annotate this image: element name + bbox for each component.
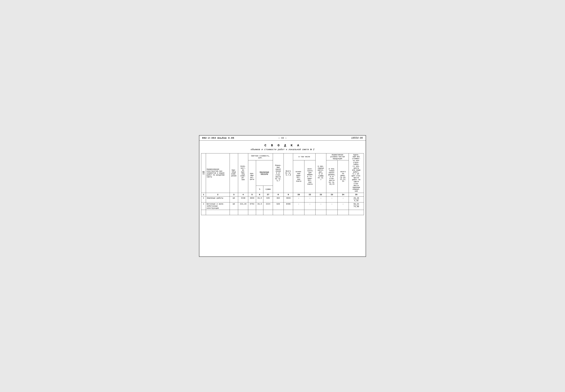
- col-header-qty: Коли-чест-воеди-ницизме-ре-ния: [238, 154, 248, 193]
- col-header-udel: Удель-ный весстоимос-ти кон-струк-тивно-…: [349, 154, 364, 193]
- col-num-5: 5: [248, 193, 256, 196]
- col-num-14: I4: [338, 193, 349, 196]
- col-num-15: I5: [349, 193, 364, 196]
- row1-udel: 29,26 4,35: [349, 196, 364, 202]
- title-block: С В О Д К А объемов и стоимости работ к …: [199, 140, 366, 152]
- col-num-6: 6: [256, 193, 263, 196]
- row2-unit: м3: [230, 202, 238, 210]
- col-num-4: 4: [238, 193, 248, 196]
- empty-row: [201, 210, 364, 215]
- col-header-overhead-pct: %: [256, 186, 263, 193]
- col-header-all-given: всегоподанн.гр.IO,II,I2,I3: [338, 160, 349, 193]
- header-center: — 43 —: [242, 137, 323, 139]
- title-sub: объемов и стоимости работ к локальной см…: [199, 148, 366, 151]
- col-header-machine-wage: эксп-луатациямашинв тч.зара-бот-наяплата: [304, 160, 315, 193]
- row2-total: 8496: [283, 202, 293, 210]
- table-row: 2 Бетонные и желе-зобетонные конструкции…: [201, 202, 364, 210]
- col-num-12: I2: [315, 193, 326, 196]
- page: 902-2-354 Альбом 4.85 — 43 — 18554-06 С …: [199, 135, 366, 257]
- row1-plan-accum: –: [326, 196, 338, 202]
- col-num-9: 9: [283, 193, 293, 196]
- row2-direct: 6753: [248, 202, 256, 210]
- row2-machine-wage: –: [304, 202, 315, 210]
- row2-overhead-pct: I6,5: [256, 202, 263, 210]
- row2-planned: 629: [273, 202, 283, 210]
- row2-qty: II3,29: [238, 202, 248, 210]
- main-table: №№пп Наименование конструктив-ных элемен…: [201, 153, 364, 215]
- row1-machine-wage: –: [304, 196, 315, 202]
- col-num-13: I3: [326, 193, 338, 196]
- col-num-3: 3: [230, 193, 238, 196]
- header: 902-2-354 Альбом 4.85 — 43 — 18554-06: [199, 136, 366, 140]
- row2-plan-accum: –: [326, 202, 338, 210]
- col-num-7: I7: [263, 193, 273, 196]
- table-row: I Земляные работы м3 II30 39I0 I6,5 645 …: [201, 196, 364, 202]
- col-header-norm: Нормативная условно-чистая продукция: [326, 154, 349, 160]
- col-header-overhead-exp: в нак-ладныхрасхо-дах,% отсуммыпо гр.7: [315, 154, 326, 193]
- row1-all-given: –: [338, 196, 349, 202]
- row1-overhead-exp: –: [315, 196, 326, 202]
- col-header-unit: Еди-ницаизме-рения: [230, 154, 238, 193]
- col-num-8: 8: [273, 193, 283, 196]
- col-num-1: 1: [201, 193, 206, 196]
- table-wrapper: №№пп Наименование конструктив-ных элемен…: [199, 152, 366, 217]
- row1-overhead-pct: I6,5: [256, 196, 263, 202]
- header-right: 18554-06: [323, 137, 363, 139]
- row2-overhead-sum: III4: [263, 202, 273, 210]
- col-header-basic-wage: основ-наязара-бот-наяплата: [293, 160, 304, 193]
- col-header-overhead: Накладные расходы: [256, 160, 273, 186]
- row2-udel: 50,54 74,99: [349, 202, 364, 210]
- row1-name: Земляные работы: [206, 196, 230, 202]
- col-header-direct: пря-мыезат-раты: [248, 160, 256, 193]
- col-header-smeta: Сметная стоимость, руб.: [248, 154, 273, 160]
- header-left: 902-2-354 Альбом 4.85: [202, 137, 242, 139]
- row2-name: Бетонные и желе-зобетонные конструкции: [206, 202, 230, 210]
- col-header-planned: Плано-выенакопления% отстои-мостипо гр.5…: [273, 154, 283, 193]
- row1-total: 49I9: [283, 196, 293, 202]
- row1-basic-wage: –: [293, 196, 304, 202]
- title-main: С В О Д К А: [199, 144, 366, 147]
- row2-num: 2: [201, 202, 206, 210]
- row1-overhead-sum: 645: [263, 196, 273, 202]
- col-header-plan-accum: в пла-новыхнакоп-дениях,% отстои-мостипо…: [326, 160, 338, 193]
- col-header-total: Всегопо гр.5,7,8: [283, 154, 293, 193]
- row1-qty: II30: [238, 196, 248, 202]
- column-numbers-row: 1 2 3 4 5 6 I7 8 9 IO II I2 I3 I4 I5: [201, 193, 364, 196]
- row2-overhead-exp: –: [315, 202, 326, 210]
- col-header-name: Наименование конструктив-ных элементов и…: [206, 154, 230, 193]
- row1-num: I: [201, 196, 206, 202]
- col-header-overhead-sum: сумма: [263, 186, 273, 193]
- col-num-10: IO: [293, 193, 304, 196]
- col-header-including: в том числе: [293, 154, 315, 160]
- row2-basic-wage: –: [293, 202, 304, 210]
- col-num-2: 2: [206, 193, 230, 196]
- row1-unit: м3: [230, 196, 238, 202]
- col-header-num: №№пп: [201, 154, 206, 193]
- row1-direct: 39I0: [248, 196, 256, 202]
- row1-planned: 364: [273, 196, 283, 202]
- row2-all-given: –: [338, 202, 349, 210]
- col-num-11: II: [304, 193, 315, 196]
